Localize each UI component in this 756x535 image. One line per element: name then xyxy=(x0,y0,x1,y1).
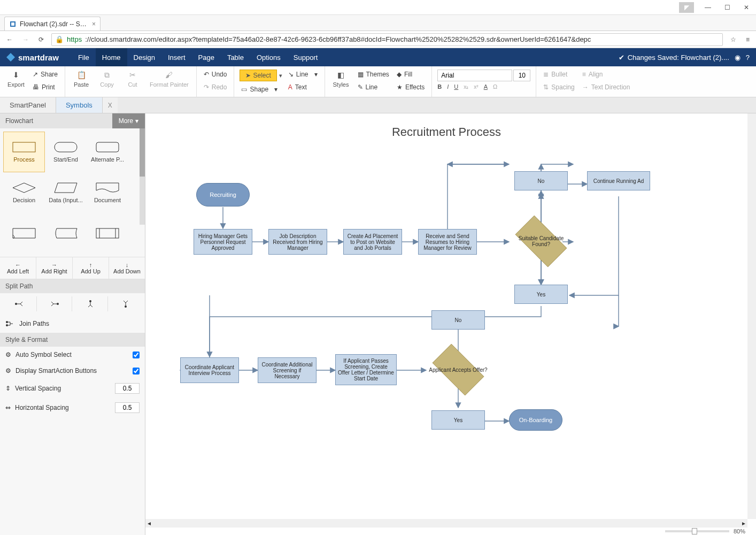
bookmark-icon[interactable]: ☆ xyxy=(728,34,738,45)
paste-button[interactable]: 📋Paste xyxy=(71,70,92,89)
minimize-button[interactable]: — xyxy=(698,0,718,15)
display-sa-checkbox[interactable] xyxy=(133,368,140,374)
node-receive-send[interactable]: Receive and Send Resumes to Hiring Manag… xyxy=(418,229,477,255)
format-painter-button[interactable]: 🖌Format Painter xyxy=(148,70,191,89)
canvas-area[interactable]: Recruitment Process xyxy=(145,113,756,535)
reload-button[interactable]: ⟳ xyxy=(36,34,46,45)
bullet-button[interactable]: ≣Bullet xyxy=(542,70,576,79)
text-direction-button[interactable]: →Text Direction xyxy=(581,82,632,92)
shape-tool-button[interactable]: ▭Shape▾ xyxy=(240,85,282,94)
scroll-right-icon[interactable]: ▸ xyxy=(740,519,747,527)
node-offer-letter[interactable]: If Applicant Passes Screening, Create Of… xyxy=(335,354,397,385)
print-button[interactable]: 🖶Print xyxy=(31,82,59,92)
split-left-button[interactable] xyxy=(38,296,73,311)
menu-options[interactable]: Options xyxy=(250,48,287,66)
menu-table[interactable]: Table xyxy=(221,48,250,66)
redo-button[interactable]: ↷Redo xyxy=(202,82,229,92)
tab-close-icon[interactable]: × xyxy=(92,20,96,28)
menu-home[interactable]: Home xyxy=(96,48,127,66)
tab-symbols[interactable]: Symbols xyxy=(56,97,103,113)
copy-button[interactable]: ⧉Copy xyxy=(96,70,118,89)
close-window-button[interactable]: ✕ xyxy=(737,0,756,15)
font-name-input[interactable] xyxy=(437,70,512,81)
shape-extra1[interactable] xyxy=(3,213,45,254)
split-down-button[interactable] xyxy=(73,296,108,311)
vspacing-input[interactable] xyxy=(115,383,140,394)
underline-button[interactable]: U xyxy=(454,83,458,90)
address-bar[interactable]: 🔒 https://cloud.smartdraw.com/editor.asp… xyxy=(51,33,723,46)
zoom-slider[interactable] xyxy=(665,530,729,532)
add-left-button[interactable]: ←Add Left xyxy=(0,257,36,279)
spacing-button[interactable]: ⇅Spacing xyxy=(542,82,576,92)
menu-page[interactable]: Page xyxy=(192,48,221,66)
undo-button[interactable]: ↶Undo xyxy=(202,70,229,79)
font-color-button[interactable]: A xyxy=(484,83,488,90)
zoom-thumb[interactable] xyxy=(692,528,697,534)
menu-file[interactable]: File xyxy=(72,48,96,66)
node-continue-ad[interactable]: Continue Running Ad xyxy=(587,171,650,190)
share-button[interactable]: ↗Share xyxy=(31,70,59,79)
node-accepts[interactable]: Applicant Accepts Offer? xyxy=(426,351,490,388)
shape-startend[interactable]: Start/End xyxy=(45,132,87,172)
effects-button[interactable]: ★Effects xyxy=(395,82,426,92)
shape-process[interactable]: Process xyxy=(3,132,45,172)
text-tool-button[interactable]: AText xyxy=(287,82,319,92)
node-coord-interview[interactable]: Coordinate Applicant Interview Process xyxy=(180,357,239,383)
node-onboarding[interactable]: On-Boarding xyxy=(509,409,562,431)
subscript-button[interactable]: x₂ xyxy=(464,84,468,90)
menu-support[interactable]: Support xyxy=(287,48,325,66)
help-icon[interactable]: ? xyxy=(746,54,750,62)
shape-scrollbar[interactable] xyxy=(140,128,145,225)
node-recruiting[interactable]: Recruiting xyxy=(196,183,250,207)
node-coord-screen[interactable]: Coordinate Additional Screening if Neces… xyxy=(258,357,317,383)
line-style-button[interactable]: ✎Line xyxy=(356,82,391,92)
canvas-horizontal-scrollbar[interactable]: ◂▸ xyxy=(145,519,747,528)
split-right-button[interactable] xyxy=(2,296,37,311)
add-right-button[interactable]: →Add Right xyxy=(36,257,73,279)
bold-button[interactable]: B xyxy=(437,83,442,90)
back-button[interactable]: ← xyxy=(4,34,15,45)
node-create-ad[interactable]: Create Ad Placement to Post on Website a… xyxy=(343,229,402,255)
more-button[interactable]: More▾ xyxy=(112,113,145,128)
split-up-button[interactable] xyxy=(109,296,143,311)
export-button[interactable]: ⬇Export xyxy=(5,70,27,89)
select-dropdown-icon[interactable]: ▾ xyxy=(279,72,282,79)
browser-tab[interactable]: Flowchart (2).sdr -- SmartD × xyxy=(4,17,101,30)
shape-extra2[interactable] xyxy=(45,213,87,254)
auto-symbol-checkbox[interactable] xyxy=(133,351,140,358)
fill-button[interactable]: ◆Fill xyxy=(395,70,426,79)
chevron-down-icon[interactable]: ▾ xyxy=(314,71,318,78)
superscript-button[interactable]: x² xyxy=(474,84,478,90)
italic-button[interactable]: I xyxy=(447,83,449,90)
user-account-icon[interactable]: ◤ xyxy=(679,2,694,13)
shape-extra3[interactable] xyxy=(87,213,128,254)
canvas-vertical-scrollbar[interactable] xyxy=(747,113,756,519)
add-down-button[interactable]: ↓Add Down xyxy=(109,257,145,279)
themes-button[interactable]: ▦Themes xyxy=(356,70,391,79)
node-jd-received[interactable]: Job Description Received from Hiring Man… xyxy=(268,229,327,255)
omega-button[interactable]: Ω xyxy=(493,83,497,90)
node-no2[interactable]: No xyxy=(431,310,485,330)
shape-data[interactable]: Data (Input... xyxy=(45,172,87,213)
chevron-down-icon[interactable]: ▾ xyxy=(274,86,277,93)
cut-button[interactable]: ✂Cut xyxy=(122,70,143,89)
font-size-input[interactable] xyxy=(513,70,530,81)
line-tool-button[interactable]: ↘Line▾ xyxy=(287,70,319,79)
node-suitable[interactable]: Suitable Candidate Found? xyxy=(509,223,573,260)
node-yes1[interactable]: Yes xyxy=(514,285,568,304)
styles-button[interactable]: ◧Styles xyxy=(330,70,352,89)
browser-menu-icon[interactable]: ≡ xyxy=(744,34,752,45)
forward-button[interactable]: → xyxy=(20,34,31,45)
maximize-button[interactable]: ☐ xyxy=(718,0,737,15)
tab-close-button[interactable]: X xyxy=(103,97,118,113)
select-button[interactable]: ➤Select xyxy=(240,70,276,81)
shape-document[interactable]: Document xyxy=(87,172,128,213)
menu-design[interactable]: Design xyxy=(127,48,161,66)
scroll-left-icon[interactable]: ◂ xyxy=(145,519,153,527)
account-icon[interactable]: ◉ xyxy=(735,54,740,62)
shape-alternate[interactable]: Alternate P... xyxy=(87,132,128,172)
scrollbar-thumb[interactable] xyxy=(140,128,145,177)
node-no1[interactable]: No xyxy=(514,171,568,190)
app-logo[interactable]: smartdraw xyxy=(6,53,59,62)
align-button[interactable]: ≡Align xyxy=(581,70,632,79)
